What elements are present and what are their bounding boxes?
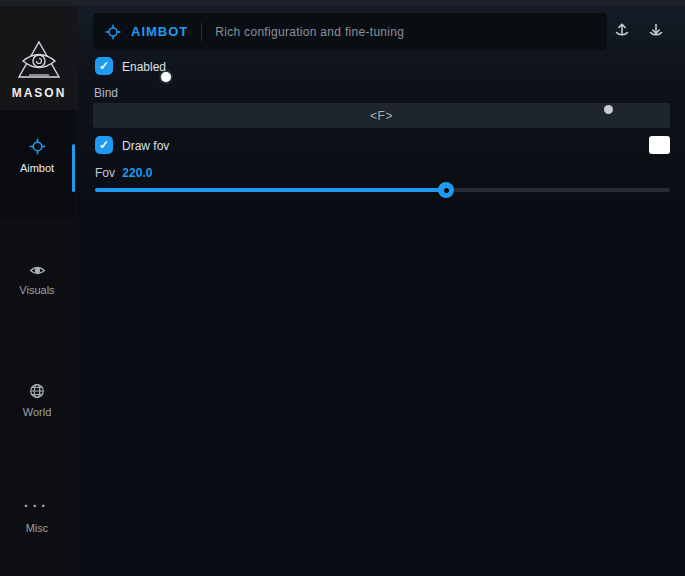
mouse-cursor-dot xyxy=(161,72,171,82)
eye-icon xyxy=(29,264,46,277)
sidebar-item-label: Aimbot xyxy=(20,162,54,174)
fov-label-row: Fov 220.0 xyxy=(95,166,152,180)
mason-eye-pyramid-logo xyxy=(15,39,63,81)
crosshair-icon xyxy=(29,138,46,155)
page-subtitle: Rich configuration and fine-tuning xyxy=(215,25,404,39)
brand-name: MASON xyxy=(12,86,67,100)
fov-slider-handle[interactable] xyxy=(438,182,454,198)
fov-value: 220.0 xyxy=(122,166,152,180)
download-icon xyxy=(646,21,666,41)
upload-icon xyxy=(612,21,632,41)
checkmark-icon: ✓ xyxy=(99,60,109,72)
sidebar-item-label: Visuals xyxy=(19,284,54,296)
header-divider xyxy=(201,23,202,41)
fov-label: Fov xyxy=(95,166,115,180)
bind-label: Bind xyxy=(94,86,118,100)
bind-key-field[interactable]: <F> xyxy=(93,103,670,128)
page-header: AIMBOT Rich configuration and fine-tunin… xyxy=(93,13,607,50)
bind-key-value: <F> xyxy=(370,109,393,123)
fov-slider[interactable] xyxy=(95,188,670,192)
fov-color-swatch[interactable] xyxy=(649,136,670,154)
draw-fov-checkbox[interactable]: ✓ xyxy=(95,136,113,154)
sidebar-item-aimbot[interactable]: Aimbot xyxy=(0,138,74,174)
checkmark-icon: ✓ xyxy=(99,139,109,151)
sidebar-item-visuals[interactable]: Visuals xyxy=(0,264,74,296)
enabled-checkbox[interactable]: ✓ xyxy=(95,57,113,75)
sidebar-item-world[interactable]: World xyxy=(0,383,74,418)
draw-fov-label: Draw fov xyxy=(122,139,169,153)
ellipsis-icon: ··· xyxy=(24,501,50,515)
bind-field-dot xyxy=(604,105,613,114)
export-config-button[interactable] xyxy=(610,19,634,43)
sidebar-item-label: Misc xyxy=(26,522,49,534)
main-panel: AIMBOT Rich configuration and fine-tunin… xyxy=(78,6,685,576)
sidebar-item-label: World xyxy=(23,406,52,418)
app-window: MASON Aimbot Visuals World xyxy=(0,0,685,576)
globe-icon xyxy=(29,383,45,399)
import-config-button[interactable] xyxy=(644,19,668,43)
logo-block: MASON xyxy=(0,6,78,110)
sidebar-item-misc[interactable]: ··· Misc xyxy=(0,501,74,534)
enabled-label: Enabled xyxy=(122,60,166,74)
sidebar: MASON Aimbot Visuals World xyxy=(0,6,78,576)
crosshair-icon xyxy=(105,24,121,40)
page-title: AIMBOT xyxy=(131,24,188,39)
fov-slider-fill xyxy=(95,188,446,192)
